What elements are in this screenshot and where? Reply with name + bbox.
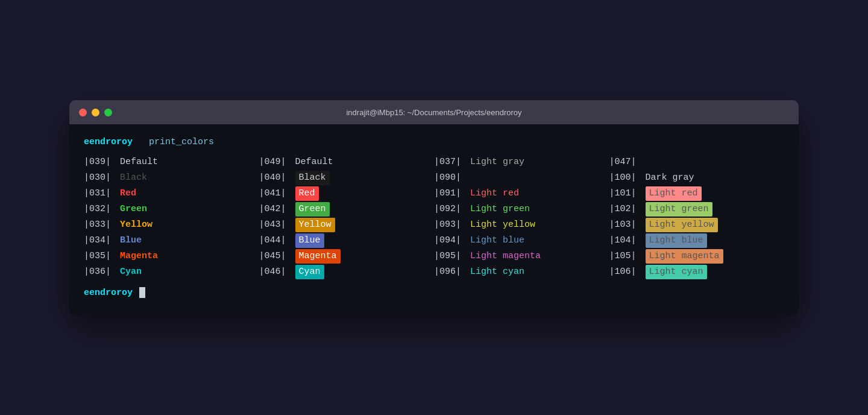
color-label: Light green [646,202,712,217]
color-code: |106| [609,265,646,279]
titlebar: indrajit@iMbp15: ~/Documents/Projects/ee… [69,100,799,124]
table-row: |043|Yellow [259,217,435,233]
color-table: |039|Default|030|Black|031|Red|032|Green… [84,154,784,280]
maximize-button[interactable] [104,109,112,116]
table-row: |041|Red [259,186,435,201]
color-code: |047| [609,155,646,169]
cursor [139,287,145,298]
table-row: |100|Dark gray [609,170,785,186]
color-label: Dark gray [646,171,694,185]
table-row: |106|Light cyan [609,264,785,280]
color-label: Cyan [120,265,142,279]
color-code: |033| [84,218,120,232]
color-code: |030| [84,171,120,185]
color-col-2: |037|Light gray|090||091|Light red|092|L… [434,154,609,280]
table-row: |091|Light red [434,186,609,201]
color-label: Light blue [470,233,524,248]
color-code: |103| [609,218,646,232]
table-row: |103|Light yellow [609,217,785,233]
color-label: Cyan [295,265,324,279]
terminal-body[interactable]: eendroroy print_colors |039|Default|030|… [69,124,799,315]
table-row: |046|Cyan [259,264,435,280]
color-code: |090| [434,171,470,185]
color-code: |043| [259,218,295,232]
table-row: |035|Magenta [84,249,259,264]
color-label: Default [120,155,158,169]
color-label: Light blue [646,233,707,248]
close-button[interactable] [79,109,87,116]
color-label: Light green [470,202,530,217]
color-code: |104| [609,233,646,248]
color-label: Light cyan [646,265,707,279]
table-row: |036|Cyan [84,264,259,280]
color-col-0: |039|Default|030|Black|031|Red|032|Green… [84,154,259,280]
table-row: |095|Light magenta [434,249,609,264]
table-row: |030|Black [84,170,259,186]
color-code: |101| [609,186,646,201]
prompt-line-2: eendroroy [84,286,784,300]
color-code: |096| [434,265,470,279]
color-label: Light cyan [470,265,524,279]
table-row: |102|Light green [609,201,785,217]
table-row: |092|Light green [434,201,609,217]
color-label: Green [120,202,147,217]
color-code: |091| [434,186,470,201]
prompt-line-1: eendroroy print_colors [84,135,784,150]
color-label: Black [295,171,330,185]
color-label: Light yellow [470,218,535,232]
color-label: Light gray [470,155,524,169]
prompt-name-2: eendroroy [84,288,133,298]
color-label: Red [295,186,319,201]
color-code: |041| [259,186,295,201]
color-code: |031| [84,186,120,201]
table-row: |104|Light blue [609,233,785,249]
color-col-3: |047||100|Dark gray|101|Light red|102|Li… [609,154,785,280]
color-code: |040| [259,171,295,185]
color-label: Black [120,171,147,185]
color-label: Blue [120,233,142,248]
color-label: Magenta [295,249,341,264]
minimize-button[interactable] [92,109,99,116]
color-label: Default [295,155,333,169]
color-code: |100| [609,171,646,185]
color-label: Green [295,202,330,217]
color-label: Blue [295,233,324,248]
table-row: |101|Light red [609,186,785,201]
table-row: |032|Green [84,201,259,217]
color-code: |095| [434,249,470,264]
table-row: |096|Light cyan [434,264,609,280]
color-code: |105| [609,249,646,264]
color-code: |039| [84,155,120,169]
color-code: |042| [259,202,295,217]
terminal-window: indrajit@iMbp15: ~/Documents/Projects/ee… [69,100,799,315]
table-row: |105|Light magenta [609,249,785,264]
color-code: |034| [84,233,120,248]
table-row: |045|Magenta [259,249,435,264]
prompt-cmd-1: print_colors [149,137,214,147]
color-code: |032| [84,202,120,217]
table-row: |040|Black [259,170,435,186]
table-row: |047| [609,154,785,170]
color-code: |045| [259,249,295,264]
color-label: Magenta [120,249,158,264]
table-row: |049|Default [259,154,435,170]
window-title: indrajit@iMbp15: ~/Documents/Projects/ee… [346,108,521,117]
color-label: Light yellow [646,218,718,232]
color-label: Light magenta [646,249,723,264]
color-code: |049| [259,155,295,169]
color-label: Light magenta [470,249,541,264]
table-row: |094|Light blue [434,233,609,249]
table-row: |093|Light yellow [434,217,609,233]
color-label: Light red [646,186,702,201]
color-code: |035| [84,249,120,264]
color-code: |093| [434,218,470,232]
traffic-lights [79,109,112,116]
color-code: |102| [609,202,646,217]
table-row: |031|Red [84,186,259,201]
color-label: Light red [470,186,519,201]
color-code: |044| [259,233,295,248]
color-label: Yellow [295,218,335,232]
table-row: |034|Blue [84,233,259,249]
table-row: |033|Yellow [84,217,259,233]
prompt-name-1: eendroroy [84,137,133,147]
